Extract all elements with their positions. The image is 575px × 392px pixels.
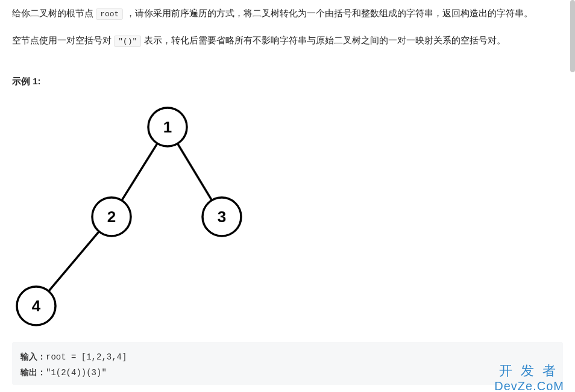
watermark-cn: 开发者 [494,363,564,379]
example-input-line: 输入：root = [1,2,3,4] [20,349,555,366]
tree-node-label: 2 [107,208,116,226]
problem-paragraph-2: 空节点使用一对空括号对 "()" 表示，转化后需要省略所有不影响字符串与原始二叉… [12,32,563,48]
output-value: "1(2(4))(3)" [46,368,107,378]
watermark-en: DevZe.CoM [494,379,564,392]
output-label: 输出： [20,368,46,378]
tree-edge [122,143,157,201]
text-post-1: ，请你采用前序遍历的方式，将二叉树转化为一个由括号和整数组成的字符串，返回构造出… [126,8,533,18]
text-pre-2: 空节点使用一对空括号对 [12,35,114,45]
scrollbar-thumb[interactable] [570,0,575,72]
tree-edge [178,143,212,200]
watermark: 开发者 DevZe.CoM [494,363,564,392]
tree-node-label: 1 [163,118,172,136]
article-body: 给你二叉树的根节点 root ，请你采用前序遍历的方式，将二叉树转化为一个由括号… [12,5,563,385]
text-post-2: 表示，转化后需要省略所有不影响字符串与原始二叉树之间的一对一映射关系的空括号对。 [144,35,506,45]
tree-node-label: 3 [218,208,226,226]
inline-code-parens: "()" [114,36,141,47]
tree-edge [49,231,99,291]
text-pre-1: 给你二叉树的根节点 [12,8,96,18]
example-title: 示例 1: [12,73,563,89]
input-value: root = [1,2,3,4] [46,352,127,362]
problem-paragraph-1: 给你二叉树的根节点 root ，请你采用前序遍历的方式，将二叉树转化为一个由括号… [12,5,563,21]
binary-tree-diagram: 1234 [12,101,253,330]
tree-node-label: 4 [32,297,41,315]
example-code-block: 输入：root = [1,2,3,4] 输出："1(2(4))(3)" [12,342,563,385]
inline-code-root: root [96,8,123,20]
input-label: 输入： [20,352,46,362]
example-output-line: 输出："1(2(4))(3)" [20,365,555,381]
